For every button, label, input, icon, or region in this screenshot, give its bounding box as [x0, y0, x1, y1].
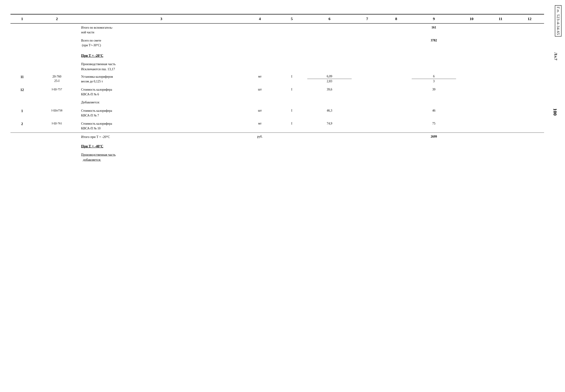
cell [515, 98, 544, 107]
cell [457, 133, 486, 141]
cell-code: I-Ш-761 [34, 120, 80, 133]
cell [382, 49, 411, 60]
cell-price: 6,09 2,83 [306, 73, 353, 85]
cell [515, 85, 544, 98]
cell [515, 141, 544, 151]
cell-code: I-Ш-757 [34, 85, 80, 98]
cell-desc: Всего по смете (при Т=-30°С) [80, 37, 243, 49]
cell [382, 23, 411, 37]
cell [277, 151, 306, 164]
cell-total: 39 [411, 85, 457, 98]
cell [515, 120, 544, 133]
fraction-den: 2,83 [327, 79, 332, 83]
cell [11, 37, 34, 49]
row-1: 1 I-Шп758 Стоимость калорифераКВСА-П № 7… [11, 107, 544, 120]
row-12: 12 I-Ш-757 Стоимость калорифераКВСА-П № … [11, 85, 544, 98]
cell [277, 141, 306, 151]
cell [457, 60, 486, 73]
fraction-num: 6,09 [307, 74, 352, 79]
row-vsego-smeta: Всего по смете (при Т=-30°С) 3782 [11, 37, 544, 49]
cell [515, 151, 544, 164]
cell [306, 23, 353, 37]
cell [353, 23, 382, 37]
cell [382, 141, 411, 151]
cell [486, 151, 515, 164]
cell [306, 60, 353, 73]
cell [243, 60, 277, 73]
cell-total: 6 3 [411, 73, 457, 85]
side-label-bot-text: 100 [552, 108, 558, 116]
row-dobavlyaetsya: Добавляется: [11, 98, 544, 107]
cell [277, 98, 306, 107]
cell [11, 49, 34, 60]
cell [411, 60, 457, 73]
cell [353, 151, 382, 164]
cell [486, 120, 515, 133]
cell-subtotal-label: Итого при Т = -20°С [80, 133, 243, 141]
cell-total: 46 [411, 107, 457, 120]
cell [353, 49, 382, 60]
cell [306, 151, 353, 164]
cell [457, 107, 486, 120]
cell-desc: Итого по вспомогатель-ной части [80, 23, 243, 37]
cell [306, 37, 353, 49]
cell-note: Добавляется: [80, 98, 243, 107]
header-col4: 4 [243, 14, 277, 24]
cell-val: 161 [411, 23, 457, 37]
cell [382, 151, 411, 164]
row-itogo-vspom: Итого по вспомогатель-ной части 161 [11, 23, 544, 37]
cell [34, 141, 80, 151]
fraction-num: 6 [412, 74, 456, 79]
cell-price: 39,6 [306, 85, 353, 98]
cell [411, 98, 457, 107]
header-col1: 1 [11, 14, 34, 24]
cell [515, 107, 544, 120]
side-label-bot: 100 [552, 108, 558, 116]
cell-total: 75 [411, 120, 457, 133]
cell [353, 85, 382, 98]
cell [411, 151, 457, 164]
cell-subtitle-40: Производственная часть добавляется: [80, 151, 243, 164]
cell [277, 37, 306, 49]
cell [411, 49, 457, 60]
cell [353, 141, 382, 151]
cell [277, 133, 306, 141]
cell [486, 23, 515, 37]
cell [382, 98, 411, 107]
cell [34, 49, 80, 60]
cell-price: 74,9 [306, 120, 353, 133]
cell [11, 133, 34, 141]
cell-price: 46,3 [306, 107, 353, 120]
cell-val: 3782 [411, 37, 457, 49]
cell-qty: I [277, 120, 306, 133]
side-label-top-text: Г.п. 523-4-34.65 [556, 7, 561, 35]
header-col2: 2 [34, 14, 80, 24]
cell [382, 120, 411, 133]
cell [411, 141, 457, 151]
cell [353, 98, 382, 107]
cell [457, 120, 486, 133]
cell [457, 151, 486, 164]
header-col12: 12 [515, 14, 544, 24]
header-col8: 8 [382, 14, 411, 24]
main-table-area: 1 2 3 4 5 6 7 8 9 10 11 12 [11, 14, 544, 164]
cell-unit: мт [243, 73, 277, 85]
cell [382, 73, 411, 85]
cell [243, 98, 277, 107]
cell [11, 98, 34, 107]
cell [306, 141, 353, 151]
cell-section-title: При Т = -20°С [80, 49, 243, 60]
cell [382, 60, 411, 73]
cell-unit: мт [243, 120, 277, 133]
cell [243, 141, 277, 151]
row-11: 11 20-76025-I Установка калорифероввесом… [11, 73, 544, 85]
cell [457, 49, 486, 60]
header-row: 1 2 3 4 5 6 7 8 9 10 11 12 [11, 14, 544, 24]
header-col11: 11 [486, 14, 515, 24]
page-wrapper: Г.п. 523-4-34.65 Лл.7 100 [0, 0, 565, 392]
cell [515, 49, 544, 60]
cell-unit: шт [243, 85, 277, 98]
header-col6: 6 [306, 14, 353, 24]
cell [515, 73, 544, 85]
side-label-mid: Лл.7 [553, 52, 558, 60]
